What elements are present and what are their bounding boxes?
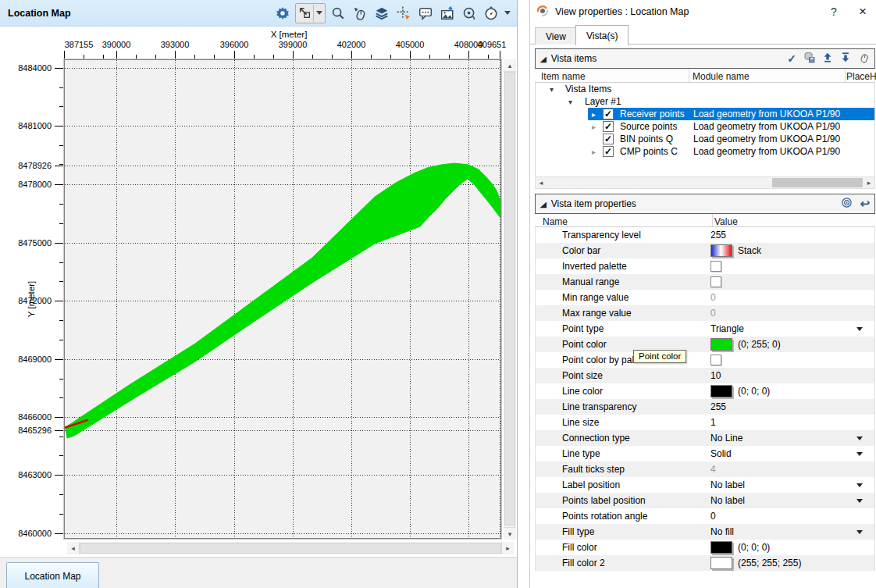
dropdown-caret-icon[interactable] <box>856 483 863 487</box>
property-value[interactable]: (0; 0; 0) <box>710 541 770 554</box>
color-swatch[interactable] <box>710 338 732 351</box>
map-tab-bar: Location Map <box>0 557 517 588</box>
tree-row-receiver-points[interactable]: ▸ ✓ Receiver points Load geometry from U… <box>536 108 874 120</box>
item-checkbox[interactable]: ✓ <box>603 109 614 119</box>
settings-icon[interactable] <box>273 4 292 23</box>
property-value[interactable]: 1 <box>710 417 716 428</box>
svg-text:399000: 399000 <box>279 40 308 49</box>
tab-vistas[interactable]: Vista(s) <box>575 25 629 45</box>
item-checkbox[interactable]: ✓ <box>603 146 614 157</box>
column-value[interactable]: Value <box>714 216 738 227</box>
column-name[interactable]: Name <box>543 216 568 227</box>
location-map-plot[interactable]: 3871553900003930003960003990004020004050… <box>0 26 517 557</box>
expand-arrow-icon[interactable]: ▸ <box>592 110 596 119</box>
move-down-icon[interactable] <box>840 52 851 66</box>
scroll-left-icon[interactable]: ◂ <box>536 177 547 188</box>
svg-text:8466000: 8466000 <box>18 412 52 422</box>
scroll-left-icon[interactable]: ◂ <box>67 542 80 554</box>
collapse-triangle-icon[interactable]: ◢ <box>540 200 547 208</box>
zoom-icon[interactable] <box>329 4 347 23</box>
collapse-arrow-icon[interactable]: ▾ <box>568 98 572 106</box>
dropdown-caret-icon[interactable] <box>856 499 863 503</box>
dropdown-caret-icon[interactable] <box>856 437 863 440</box>
vista-items-section-header[interactable]: ◢ Vista items ✓ <box>535 48 875 69</box>
database-save-icon[interactable] <box>803 52 815 66</box>
property-value[interactable]: No fill <box>710 526 734 537</box>
map-vertical-scrollbar[interactable]: ▴ ▾ <box>504 59 516 540</box>
scrollbar-thumb[interactable] <box>504 72 515 526</box>
property-value[interactable] <box>710 261 721 272</box>
property-value[interactable]: No Line <box>710 433 742 444</box>
scroll-right-icon[interactable]: ▸ <box>864 177 874 188</box>
close-icon[interactable]: × <box>853 3 872 20</box>
column-module-name[interactable]: Module name <box>693 71 750 82</box>
item-checkbox[interactable]: ✓ <box>603 121 614 132</box>
column-placeholder[interactable]: PlaceH <box>846 71 876 82</box>
dropdown-caret-icon[interactable] <box>856 327 863 331</box>
property-value[interactable]: No label <box>710 479 745 490</box>
item-checkbox[interactable]: ✓ <box>603 134 614 144</box>
item-properties-section-header[interactable]: ◢ Vista item properties ↩ <box>535 194 875 214</box>
move-up-icon[interactable] <box>822 52 833 66</box>
tab-view[interactable]: View <box>535 27 577 45</box>
check-all-icon[interactable]: ✓ <box>787 52 796 65</box>
checkbox[interactable] <box>710 276 721 287</box>
color-swatch[interactable] <box>710 541 732 554</box>
map-horizontal-scrollbar[interactable]: ◂ ▸ <box>67 542 514 554</box>
colorbar-swatch[interactable] <box>710 244 732 257</box>
comment-icon[interactable] <box>416 4 435 23</box>
tree-row-source-points[interactable]: ▸ ✓ Source points Load geometry from UKO… <box>536 120 874 133</box>
properties-column-header: Name Value <box>535 214 875 227</box>
scroll-down-icon[interactable]: ▾ <box>504 527 516 540</box>
property-value[interactable]: (255; 255; 255) <box>710 557 801 569</box>
property-value[interactable] <box>710 276 721 287</box>
tab-location-map[interactable]: Location Map <box>6 562 99 588</box>
mouse-deselect-icon[interactable] <box>858 52 870 66</box>
property-value[interactable]: No label <box>710 495 745 506</box>
scroll-up-icon[interactable]: ▴ <box>504 59 516 72</box>
property-value[interactable]: 255 <box>710 401 726 412</box>
layers-icon[interactable] <box>372 4 391 23</box>
property-value[interactable] <box>710 355 721 365</box>
checkbox[interactable] <box>710 261 721 272</box>
scroll-right-icon[interactable]: ▸ <box>501 542 514 554</box>
color-swatch[interactable] <box>710 385 732 397</box>
compass-dropdown[interactable] <box>504 11 511 15</box>
help-button[interactable]: ? <box>825 3 842 20</box>
target-icon[interactable] <box>841 197 853 211</box>
expand-arrow-icon[interactable]: ▸ <box>592 123 596 131</box>
dropdown-caret-icon[interactable] <box>856 452 863 456</box>
select-view-dropdown[interactable] <box>313 5 325 22</box>
pick-position-icon[interactable] <box>394 4 413 23</box>
select-view-icon[interactable] <box>296 5 313 22</box>
property-value[interactable]: Stack <box>710 244 761 257</box>
zoom-region-icon[interactable] <box>460 4 479 23</box>
undo-icon[interactable]: ↩ <box>860 197 870 211</box>
export-image-icon[interactable] <box>438 4 457 23</box>
scrollbar-thumb[interactable] <box>80 543 501 554</box>
property-value[interactable]: 255 <box>710 230 726 241</box>
color-swatch[interactable] <box>710 557 732 569</box>
property-value[interactable]: Solid <box>710 448 732 459</box>
tree-row-bin-points[interactable]: ✓ BIN points Q Load geometry from UKOOA … <box>536 133 874 145</box>
scrollbar-thumb[interactable] <box>772 178 863 187</box>
tree-row-layer-1[interactable]: ▾ Layer #1 <box>536 95 874 108</box>
checkbox[interactable] <box>710 355 721 365</box>
property-value[interactable]: 10 <box>710 370 721 381</box>
svg-text:8478926: 8478926 <box>18 161 52 170</box>
property-value[interactable]: (0; 0; 0) <box>710 385 770 397</box>
property-value[interactable]: 0 <box>710 511 716 522</box>
dropdown-caret-icon[interactable] <box>856 530 863 534</box>
collapse-triangle-icon[interactable]: ◢ <box>540 55 547 63</box>
property-value[interactable]: (0; 255; 0) <box>710 338 781 351</box>
property-value[interactable]: Triangle <box>710 323 744 334</box>
tree-row-vista-items[interactable]: ▾ Vista Items <box>536 83 874 95</box>
compass-icon[interactable] <box>482 4 500 23</box>
expand-arrow-icon[interactable]: ▸ <box>592 148 596 156</box>
mouse-select-icon[interactable] <box>351 4 369 23</box>
application-window: Location Map <box>0 0 876 588</box>
tree-horizontal-scrollbar[interactable]: ◂ ▸ <box>535 176 875 189</box>
collapse-arrow-icon[interactable]: ▾ <box>550 85 554 94</box>
tree-row-cmp-points[interactable]: ▸ ✓ CMP points C Load geometry from UKOO… <box>536 145 874 158</box>
column-item-name[interactable]: Item name <box>541 71 586 82</box>
